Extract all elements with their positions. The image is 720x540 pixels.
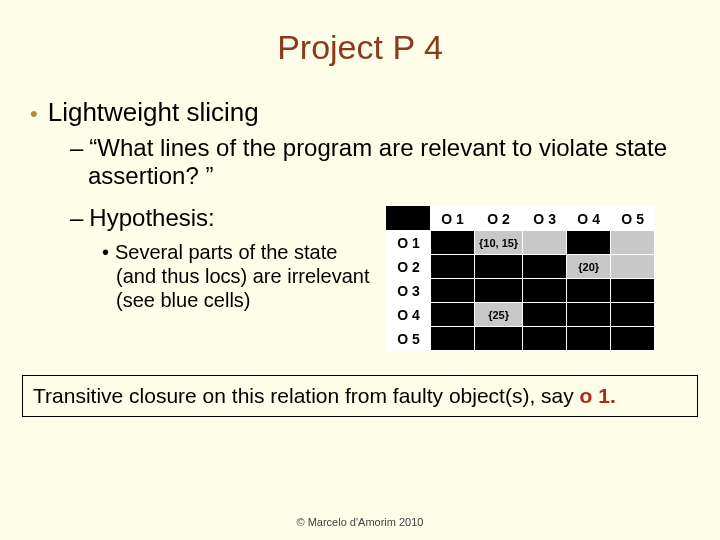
cell-black xyxy=(523,255,567,279)
bullet-level3: •Several parts of the state (and thus lo… xyxy=(102,240,380,312)
table-row: O 1 {10, 15} xyxy=(387,231,655,255)
cell-black xyxy=(431,327,475,351)
table-row: O 2 {20} xyxy=(387,255,655,279)
bullet-dot-icon: • xyxy=(30,101,38,126)
slide-title: Project P 4 xyxy=(0,0,720,67)
table-row: O 5 xyxy=(387,327,655,351)
footer-callout: Transitive closure on this relation from… xyxy=(22,375,698,417)
cell-black xyxy=(523,303,567,327)
table-header-row: O 1 O 2 O 3 O 4 O 5 xyxy=(387,207,655,231)
bullet2-text: “What lines of the program are relevant … xyxy=(88,134,667,189)
bullet-level2-quote: –“What lines of the program are relevant… xyxy=(70,134,690,190)
copyright: © Marcelo d'Amorim 2010 xyxy=(0,516,720,528)
col-header: O 2 xyxy=(475,207,523,231)
cell-black xyxy=(475,327,523,351)
relation-table-wrap: O 1 O 2 O 3 O 4 O 5 O 1 {10, 15} O 2 xyxy=(380,204,690,351)
row-header: O 2 xyxy=(387,255,431,279)
row-header: O 3 xyxy=(387,279,431,303)
cell-black xyxy=(431,231,475,255)
footer-text: Transitive closure on this relation from… xyxy=(33,384,580,407)
col-header: O 5 xyxy=(611,207,655,231)
col-header: O 3 xyxy=(523,207,567,231)
row-header: O 5 xyxy=(387,327,431,351)
cell-black xyxy=(523,327,567,351)
cell-black xyxy=(567,279,611,303)
col-header: O 4 xyxy=(567,207,611,231)
cell-black xyxy=(475,255,523,279)
hypothesis-text-col: –Hypothesis: •Several parts of the state… xyxy=(70,204,380,312)
row-header: O 4 xyxy=(387,303,431,327)
bullet-level1: •Lightweight slicing xyxy=(30,97,690,128)
cell-black xyxy=(611,279,655,303)
bullet1-text: Lightweight slicing xyxy=(48,97,259,127)
table-row: O 3 xyxy=(387,279,655,303)
cell-black xyxy=(475,279,523,303)
cell-black xyxy=(611,303,655,327)
footer-object-ref: o 1. xyxy=(580,384,616,407)
bullet-dot-small-icon: • xyxy=(102,241,109,263)
cell-black xyxy=(431,303,475,327)
cell-black xyxy=(431,279,475,303)
relation-table: O 1 O 2 O 3 O 4 O 5 O 1 {10, 15} O 2 xyxy=(386,206,655,351)
cell-black xyxy=(523,279,567,303)
cell-black xyxy=(431,255,475,279)
cell-black xyxy=(567,327,611,351)
table-corner xyxy=(387,207,431,231)
cell-grey xyxy=(611,231,655,255)
cell-black xyxy=(567,303,611,327)
cell-black xyxy=(567,231,611,255)
cell-black xyxy=(611,327,655,351)
hypothesis-row: –Hypothesis: •Several parts of the state… xyxy=(70,204,690,351)
dash-icon: – xyxy=(70,134,83,161)
dash-icon: – xyxy=(70,204,83,231)
bullet3-head-text: Hypothesis: xyxy=(89,204,214,231)
cell-value: {25} xyxy=(475,303,523,327)
slide-content: •Lightweight slicing –“What lines of the… xyxy=(0,67,720,351)
cell-value: {20} xyxy=(567,255,611,279)
bullet3-sub-text: Several parts of the state (and thus loc… xyxy=(115,241,369,311)
row-header: O 1 xyxy=(387,231,431,255)
col-header: O 1 xyxy=(431,207,475,231)
bullet-level2-hypothesis: –Hypothesis: xyxy=(70,204,380,232)
cell-grey xyxy=(611,255,655,279)
table-row: O 4 {25} xyxy=(387,303,655,327)
cell-value: {10, 15} xyxy=(475,231,523,255)
cell-grey xyxy=(523,231,567,255)
